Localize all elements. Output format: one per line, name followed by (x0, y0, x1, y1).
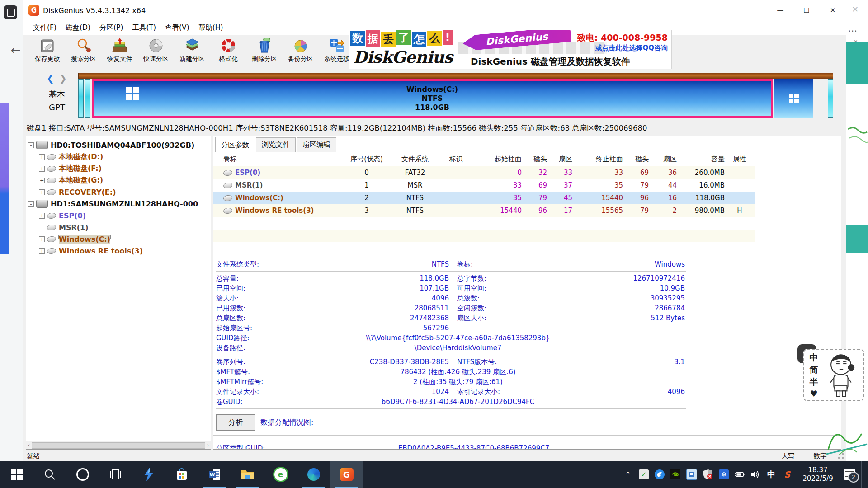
menu-view[interactable]: 查看(V) (160, 21, 194, 34)
partition-free-bar[interactable] (828, 79, 833, 118)
ad-banner[interactable]: 数 据 丢 了 怎 么 ! DiskGenius DiskGenius 致电: … (349, 30, 672, 70)
disk-info-text: 磁盘1 接口:SATA 型号:SAMSUNGMZNLN128HAHQ-000H1… (27, 123, 647, 133)
microsoft-store-button[interactable] (165, 461, 198, 488)
tree-item-windows-re[interactable]: +Windows RE tools(3) (39, 245, 211, 257)
taskbar-clock[interactable]: 18:37 2022/5/9 (798, 466, 838, 483)
tab-partition-params[interactable]: 分区参数 (215, 137, 255, 152)
scroll-right-arrow[interactable]: › (207, 442, 209, 448)
ime-status-widget[interactable]: 中 简 半 ♥ (803, 349, 864, 401)
background-teal-block (846, 42, 868, 84)
tray-defender-icon[interactable] (703, 469, 713, 479)
tree-item-local-d[interactable]: +本地磁盘(D:) (39, 151, 211, 163)
tab-sector-edit[interactable]: 扇区编辑 (297, 137, 336, 152)
table-row-esp[interactable]: ESP(0) 0 FAT32 0 32 33 33 69 36 260.0MB (213, 166, 755, 179)
trash-icon (256, 37, 273, 54)
background-squiggle-drawing-2 (826, 422, 868, 456)
tree-item-msr[interactable]: MSR(1) (39, 221, 211, 233)
tray-intel-graphics-icon[interactable] (686, 469, 697, 480)
tree-item-local-g[interactable]: +本地磁盘(G:) (39, 174, 211, 186)
minimize-button[interactable]: — (767, 0, 793, 20)
tray-ime-indicator[interactable]: 中 (766, 469, 776, 479)
disk-scheme-type: GPT (41, 103, 73, 112)
taskbar-search-button[interactable] (33, 461, 66, 488)
partition-re-tools-bar[interactable] (774, 79, 813, 118)
flash-app-button[interactable] (132, 461, 165, 488)
tray-check-icon[interactable]: ✓ (639, 469, 649, 479)
partition-esp-bar[interactable] (78, 79, 84, 118)
partition-msr-bar[interactable] (85, 79, 90, 118)
quick-partition-button[interactable]: 快速分区 (138, 35, 174, 68)
tray-volume-icon[interactable] (750, 469, 760, 479)
table-row-msr[interactable]: MSR(1) 1 MSR 33 69 37 35 79 44 16.0MB (213, 179, 755, 192)
tray-nvidia-icon[interactable] (670, 469, 680, 479)
background-back-arrow-icon[interactable]: ← (11, 43, 21, 57)
maximize-button[interactable]: ☐ (793, 0, 820, 20)
ad-tile: 了 (396, 30, 411, 45)
tray-battery-icon[interactable] (735, 469, 745, 479)
table-header: 卷标 序号(状态) 文件系统 标识 起始柱面 磁头 扇区 终止柱面 磁头 扇区 … (213, 152, 755, 166)
search-partition-button[interactable]: 搜索分区 (66, 35, 102, 68)
partition-icon (47, 212, 57, 219)
diskgenius-icon: G (340, 468, 354, 481)
action-center-button[interactable]: 2 (844, 469, 855, 480)
tree-item-hd1[interactable]: -HD1:SAMSUNGMZNLN128HAHQ-000 (28, 198, 211, 210)
scroll-thumb[interactable] (32, 442, 205, 449)
disk-icon (36, 141, 48, 149)
start-button[interactable] (0, 461, 33, 488)
tree-horizontal-scrollbar[interactable]: ‹ › (26, 441, 211, 449)
delete-partition-button[interactable]: 删除分区 (246, 35, 283, 68)
tree-item-local-f[interactable]: +本地磁盘(F:) (39, 163, 211, 174)
next-disk-arrow[interactable]: ❯ (59, 73, 67, 84)
tray-dingtalk-icon[interactable] (655, 469, 665, 479)
table-row-windows-c-selected[interactable]: Windows(C:) 2 NTFS 35 79 45 15440 96 16 … (213, 192, 755, 204)
tree-item-hd0[interactable]: -HD0:TOSHIBAMQ04ABF100(932GB) (28, 139, 211, 151)
partition-icon (223, 169, 233, 176)
partition-icon (47, 247, 57, 254)
toolbar: 保存更改 搜索分区 恢复文件 快速分区 新建分区 格式化 (23, 35, 846, 69)
disk-graphic-panel: ❮ ❯ 基本 GPT Windows(C:) NTFS 118.0GB (23, 69, 846, 121)
tree-item-esp[interactable]: +ESP(0) (39, 210, 211, 221)
save-changes-button[interactable]: 保存更改 (29, 35, 66, 68)
show-desktop-button[interactable] (861, 461, 865, 488)
green-browser-button[interactable]: e (264, 461, 297, 488)
partition-icon (47, 224, 57, 231)
recover-files-button[interactable]: 恢复文件 (102, 35, 138, 68)
tab-browse-files[interactable]: 浏览文件 (256, 137, 296, 152)
ad-tile: 么 (427, 31, 442, 46)
tray-expand-icon[interactable]: ⌃ (623, 469, 633, 479)
titlebar[interactable]: G DiskGenius V5.4.3.1342 x64 — ☐ ✕ (23, 0, 846, 20)
file-explorer-button[interactable] (231, 461, 264, 488)
clock-time: 18:37 (798, 466, 838, 474)
menu-tools[interactable]: 工具(T) (128, 21, 161, 34)
new-partition-button[interactable]: 新建分区 (174, 35, 210, 68)
disk-icon (36, 200, 48, 208)
scroll-left-arrow[interactable]: ‹ (28, 442, 30, 448)
ime-mascot-drawing (824, 352, 859, 399)
close-button[interactable]: ✕ (820, 0, 846, 20)
table-empty-row (213, 217, 755, 230)
table-row-windows-re[interactable]: Windows RE tools(3) 3 NTFS 15440 96 17 1… (213, 204, 755, 217)
menu-disk[interactable]: 磁盘(D) (61, 21, 95, 34)
format-button[interactable]: 格式化 (210, 35, 246, 68)
diskgenius-taskbar-button[interactable]: G (330, 461, 363, 488)
background-close-icon[interactable]: ✕ (852, 5, 859, 14)
tray-snowflake-icon[interactable]: ❄ (719, 469, 729, 479)
prev-disk-arrow[interactable]: ❮ (47, 73, 54, 84)
analyze-button[interactable]: 分析 (216, 414, 255, 431)
task-view-button[interactable] (99, 461, 132, 488)
word-button[interactable]: W (198, 461, 231, 488)
background-menu-dots-icon[interactable]: ⋯ (848, 25, 858, 36)
tray-sogou-icon[interactable]: S (782, 469, 792, 479)
edge-button[interactable] (297, 461, 330, 488)
tree-item-windows-c[interactable]: +Windows(C:) (39, 233, 211, 245)
background-chevron-down-icon[interactable]: ⌄ (853, 35, 859, 44)
windows-logo-icon (126, 87, 139, 100)
menu-file[interactable]: 文件(F) (28, 21, 61, 34)
cortana-button[interactable] (66, 461, 99, 488)
backup-partition-button[interactable]: 备份分区 (283, 35, 319, 68)
menu-partition[interactable]: 分区(P) (95, 21, 127, 34)
menu-help[interactable]: 帮助(H) (194, 21, 228, 34)
tree-item-recovery-e[interactable]: +RECOVERY(E:) (39, 186, 211, 198)
ad-qq-link[interactable]: 或点击此处选择QQ咨询 (595, 44, 668, 52)
partition-windows-c-bar[interactable]: Windows(C:) NTFS 118.0GB (92, 79, 773, 118)
